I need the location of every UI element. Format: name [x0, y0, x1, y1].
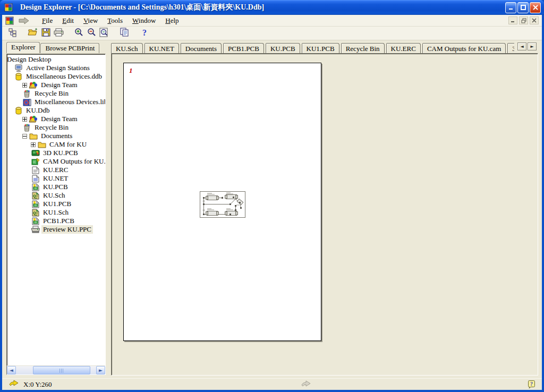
mdi-minimize-button[interactable]	[508, 16, 517, 24]
document-tab-label: 3D KU.PCB	[512, 45, 514, 53]
tree-item-cam-outputs-for-ku-cam[interactable]: CAM Outputs for KU.cam	[7, 157, 105, 166]
print-button[interactable]	[52, 28, 65, 39]
tree-item-recycle-bin[interactable]: Recycle Bin	[7, 89, 105, 98]
document-tab-label: KU.Sch	[116, 45, 138, 53]
erc-doc-icon	[31, 166, 40, 174]
printer-icon	[31, 226, 40, 234]
zoom-out-button[interactable]	[85, 28, 98, 39]
tree-item-miscellaneous-devices-ddb[interactable]: Miscellaneous Devices.ddb	[7, 72, 105, 81]
station-icon	[14, 64, 23, 72]
document-app-icon[interactable]	[5, 16, 14, 25]
tree-horizontal-scrollbar[interactable]: ◄ ►	[7, 365, 105, 374]
document-tab-strip: KU.SchKU.NETDocumentsPCB1.PCBKU.PCBKU1.P…	[107, 40, 514, 53]
jump-arrow-yellow-icon	[8, 380, 19, 389]
tab-scroll-left-button[interactable]: ◄	[517, 42, 526, 50]
tree-item-label: Design Team	[39, 81, 79, 89]
mdi-restore-button[interactable]	[519, 16, 528, 24]
tree-item-design-team[interactable]: Design Team	[7, 115, 105, 123]
tree-item-ku-net[interactable]: KU.NET	[7, 174, 105, 183]
document-tab-pcb1-pcb[interactable]: PCB1.PCB	[223, 43, 264, 53]
tree-item-ku-ddb[interactable]: KU.Ddb	[7, 106, 105, 115]
copy-button[interactable]	[118, 28, 131, 39]
tree-item-label: CAM Outputs for KU.cam	[41, 157, 105, 166]
document-tab-recycle-bin[interactable]: Recycle Bin	[341, 43, 385, 53]
document-tab-ku1-pcb[interactable]: KU1.PCB	[302, 43, 339, 53]
pcb-preview-drawing	[198, 186, 247, 219]
tab-scroll-right-button[interactable]: ►	[528, 42, 537, 50]
print-preview-area[interactable]: 1	[111, 53, 538, 376]
tree-item-label: Design Team	[39, 115, 79, 123]
tree-item-design-desktop[interactable]: Design Desktop	[7, 55, 105, 64]
tree-item-ku-sch[interactable]: KU.Sch	[7, 191, 105, 200]
panel-tab-browse-pcbprint[interactable]: Browse PCBPrint	[40, 43, 99, 53]
close-button[interactable]	[530, 2, 541, 13]
scroll-left-button[interactable]: ◄	[7, 366, 16, 374]
tree-item-recycle-bin[interactable]: Recycle Bin	[7, 123, 105, 132]
document-tab-ku-erc[interactable]: KU.ERC	[386, 43, 421, 53]
menu-window[interactable]: Window	[128, 16, 160, 25]
expand-plus-icon[interactable]	[22, 117, 27, 122]
tree-item-design-team[interactable]: Design Team	[7, 81, 105, 89]
tree-item-label: KU.Sch	[41, 191, 67, 200]
pcb3d-icon	[31, 149, 40, 157]
menu-edit[interactable]: Edit	[57, 16, 79, 25]
expand-plus-icon[interactable]	[31, 142, 36, 147]
tree-item-label: Recycle Bin	[33, 89, 70, 98]
explorer-panel: Design DesktopActive Design StationsMisc…	[2, 53, 107, 378]
document-tab-ku-sch[interactable]: KU.Sch	[111, 43, 143, 53]
recycle-icon	[22, 90, 31, 98]
document-tab-ku-pcb[interactable]: KU.PCB	[266, 43, 300, 53]
main-row: Design DesktopActive Design StationsMisc…	[2, 53, 542, 378]
pcb-doc-icon	[31, 217, 40, 225]
tree-item-label: Recycle Bin	[33, 123, 70, 132]
tree-item-preview-ku-ppc[interactable]: Preview KU.PPC	[7, 225, 105, 234]
tree-item-miscellaneous-devices-lib[interactable]: Miscellaneous Devices.lib	[7, 98, 105, 106]
tree-item-ku1-pcb[interactable]: KU1.PCB	[7, 200, 105, 208]
menu-file[interactable]: File	[37, 16, 57, 25]
menu-items: FileEditViewToolsWindowHelp	[37, 16, 184, 25]
document-tab-label: Recycle Bin	[346, 45, 380, 53]
sch-doc-icon	[31, 209, 40, 217]
document-tab-3d-ku-pcb[interactable]: 3D KU.PCB	[507, 43, 514, 53]
expand-plus-icon[interactable]	[22, 83, 27, 88]
tree-item-documents[interactable]: Documents	[7, 132, 105, 140]
document-tab-ku-net[interactable]: KU.NET	[144, 43, 179, 53]
open-folder-button[interactable]	[27, 28, 39, 39]
menu-tools[interactable]: Tools	[103, 16, 128, 25]
document-tab-cam-outputs-for-ku-cam[interactable]: CAM Outputs for KU.cam	[422, 43, 506, 53]
help-balloon-icon[interactable]: ?	[528, 380, 536, 391]
menu-collapse-arrow-icon[interactable]	[18, 17, 30, 24]
menu-view[interactable]: View	[79, 16, 103, 25]
menu-help[interactable]: Help	[160, 16, 183, 25]
tree-item-3d-ku-pcb[interactable]: 3D KU.PCB	[7, 149, 105, 157]
tree-item-ku-pcb[interactable]: KU.PCB	[7, 183, 105, 191]
tree-item-label: KU.Ddb	[24, 106, 51, 115]
preview-page[interactable]: 1	[123, 63, 321, 341]
tree-item-active-design-stations[interactable]: Active Design Stations	[7, 64, 105, 72]
title-bar[interactable]: Design Explorer - [C:\Documents and Sett…	[0, 0, 544, 15]
tree-item-label: KU.ERC	[41, 166, 70, 174]
tree-item-pcb1-pcb[interactable]: PCB1.PCB	[7, 217, 105, 225]
save-button[interactable]	[39, 28, 52, 39]
help-button[interactable]: ?	[138, 28, 151, 39]
minimize-button[interactable]	[505, 2, 516, 13]
panel-tab-explorer[interactable]: Explorer	[6, 42, 40, 53]
zoom-document-button[interactable]	[98, 28, 110, 39]
collapse-minus-icon[interactable]	[22, 134, 27, 139]
maximize-button[interactable]	[517, 2, 529, 13]
mdi-close-button[interactable]	[530, 16, 539, 24]
scrollbar-thumb[interactable]	[33, 366, 90, 374]
zoom-in-button[interactable]	[72, 28, 85, 39]
design-manager-button[interactable]	[6, 28, 19, 39]
tree-item-label: Design Desktop	[7, 55, 53, 64]
tree-item-ku1-sch[interactable]: KU1.Sch	[7, 208, 105, 217]
scroll-right-button[interactable]: ►	[96, 366, 105, 374]
tree-item-ku-erc[interactable]: KU.ERC	[7, 166, 105, 174]
document-tab-documents[interactable]: Documents	[181, 43, 222, 53]
document-tab-label: Documents	[185, 45, 217, 53]
panel-splitter[interactable]	[107, 53, 111, 378]
document-tab-label: KU.ERC	[391, 45, 416, 53]
status-bar: X:0 Y:260 ?	[2, 378, 542, 390]
tree-item-label: KU.PCB	[41, 183, 70, 191]
tree-item-cam-for-ku[interactable]: CAM for KU	[7, 140, 105, 149]
